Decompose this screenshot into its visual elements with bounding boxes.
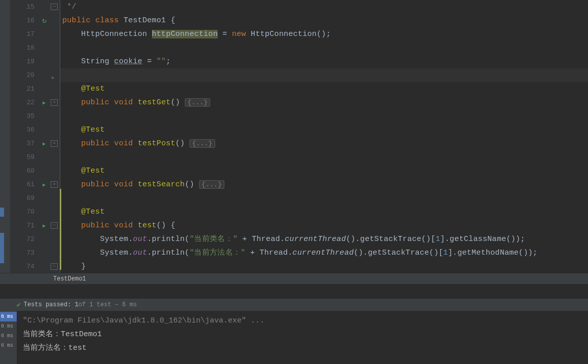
test-time[interactable]: 6 ms [0, 331, 17, 341]
line-number: 73 [26, 249, 34, 257]
line-number: 20 [26, 71, 34, 79]
breadcrumb-bar[interactable]: TestDemo1 [0, 273, 588, 284]
folded-region[interactable]: {...} [185, 98, 211, 107]
line-number: 18 [26, 44, 34, 52]
line-number: 19 [26, 58, 34, 65]
line-number: 17 [26, 30, 34, 38]
success-check-icon: ✔ [17, 301, 21, 309]
folded-region[interactable]: {...} [199, 180, 225, 189]
fold-collapse-icon[interactable]: − [51, 4, 58, 10]
console-line: 当前方法名：test [23, 341, 582, 355]
folded-region[interactable]: {...} [189, 139, 215, 148]
run-test-icon[interactable]: ▶ [43, 223, 46, 229]
tests-passed-label: Tests passed: 1 [24, 301, 79, 308]
line-number: 16 [26, 17, 34, 24]
console-line: 当前类名：TestDemo1 [23, 328, 582, 341]
current-line [60, 68, 588, 82]
line-number: 60 [26, 167, 34, 175]
line-number: 72 [26, 235, 34, 243]
line-number: 22 [26, 99, 34, 106]
line-number-gutter[interactable]: 15 16↻ 17 18 19 20 21 22▶ 35 36 37▶ 59 6… [10, 0, 50, 273]
run-test-icon[interactable]: ▶ [43, 100, 46, 106]
test-status-bar: ✔ Tests passed: 1 of 1 test – 6 ms [0, 298, 588, 311]
line-number: 37 [26, 140, 34, 147]
recursive-icon[interactable]: ↻ [42, 16, 47, 25]
highlighted-identifier: httpConnection [152, 30, 218, 38]
tool-window-divider[interactable] [0, 284, 588, 298]
vcs-change-marker[interactable] [60, 189, 61, 270]
console-output[interactable]: "C:\Program Files\Java\jdk1.8.0_162\bin\… [17, 311, 588, 364]
fold-expand-icon[interactable]: + [51, 140, 58, 147]
test-time[interactable]: 6 ms [0, 341, 17, 350]
line-number: 69 [26, 194, 34, 202]
console-jvm-line: "C:\Program Files\Java\jdk1.8.0_162\bin\… [23, 314, 582, 328]
error-stripe [0, 0, 10, 273]
line-number: 71 [26, 222, 34, 229]
test-time[interactable]: 6 ms [0, 321, 17, 331]
fold-collapse-icon[interactable]: − [51, 222, 58, 229]
tests-summary: of 1 test – 6 ms [79, 301, 137, 308]
editor-area: 15 16↻ 17 18 19 20 21 22▶ 35 36 37▶ 59 6… [0, 0, 588, 273]
code-editor[interactable]: */ public class TestDemo1 { HttpConnecti… [60, 0, 588, 273]
run-tool-window: 6 ms 6 ms 6 ms 6 ms "C:\Program Files\Ja… [0, 311, 588, 364]
line-number: 74 [26, 263, 34, 270]
run-test-icon[interactable]: ▶ [43, 141, 46, 147]
line-number: 59 [26, 153, 34, 161]
fold-caret-icon[interactable]: ▶ [52, 75, 54, 80]
line-number: 35 [26, 112, 34, 120]
fold-gutter[interactable]: − ▶ + + + − − [50, 0, 60, 273]
test-time[interactable]: 6 ms [0, 312, 17, 321]
fold-collapse-icon[interactable]: − [51, 263, 58, 270]
line-number: 70 [26, 208, 34, 216]
test-timing-column[interactable]: 6 ms 6 ms 6 ms 6 ms [0, 311, 17, 364]
fold-expand-icon[interactable]: + [51, 181, 58, 188]
line-number: 21 [26, 85, 34, 93]
line-number: 15 [26, 3, 34, 11]
line-number: 61 [26, 181, 34, 188]
breadcrumb-item[interactable]: TestDemo1 [53, 275, 86, 282]
run-test-icon[interactable]: ▶ [43, 182, 46, 188]
fold-expand-icon[interactable]: + [51, 99, 58, 106]
line-number: 36 [26, 126, 34, 134]
